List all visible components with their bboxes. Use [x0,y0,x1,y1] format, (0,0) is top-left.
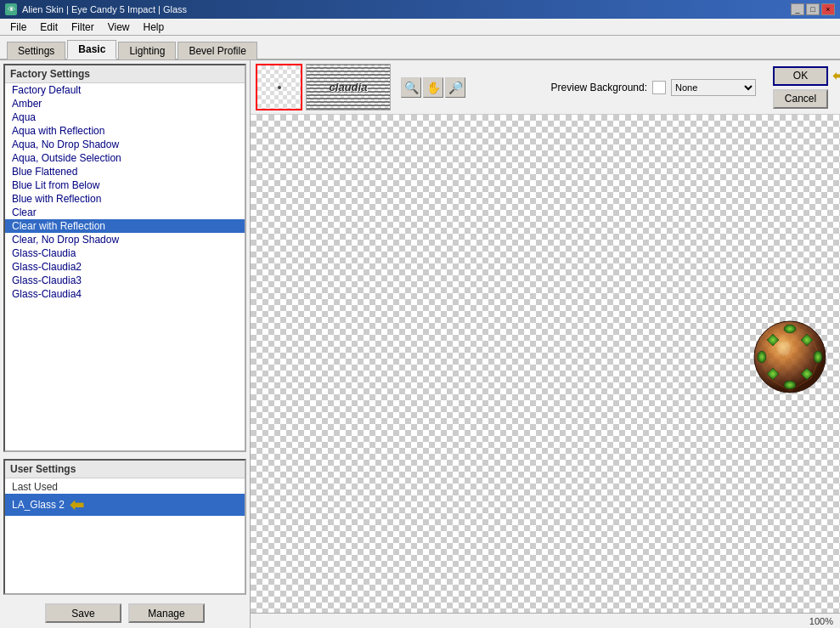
preset-clear[interactable]: Clear [5,206,245,219]
preview-canvas [251,115,840,613]
ok-arrow-icon: ⬅ [832,66,840,85]
user-settings-header: User Settings [5,461,245,478]
preset-glass-claudia4[interactable]: Glass-Claudia4 [5,287,245,301]
user-settings-section: User Settings Last Used LA_Glass 2 ⬅ [3,459,246,595]
title-bar: 👁 Alien Skin | Eye Candy 5 Impact | Glas… [0,0,840,19]
title-bar-left: 👁 Alien Skin | Eye Candy 5 Impact | Glas… [5,3,187,15]
preset-clear-no-shadow[interactable]: Clear, No Drop Shadow [5,233,245,246]
preview-toolbar: claudia 🔍 ✋ 🔎 Preview Background: None W… [251,60,840,115]
user-list: Last Used LA_Glass 2 ⬅ [5,478,245,593]
user-item-la-glass-2[interactable]: LA_Glass 2 ⬅ [5,494,245,516]
svg-point-9 [777,342,791,355]
pan-button[interactable]: ✋ [423,77,443,98]
presets-header: Factory Settings [5,65,245,83]
cancel-button[interactable]: Cancel [773,89,828,109]
preset-aqua-reflection[interactable]: Aqua with Reflection [5,124,245,138]
preset-aqua-outside[interactable]: Aqua, Outside Selection [5,151,245,165]
user-category-last-used: Last Used [5,480,245,494]
presets-list: Factory Default Amber Aqua Aqua with Ref… [5,83,245,301]
close-button[interactable]: × [821,3,835,15]
save-button[interactable]: Save [45,603,121,623]
menu-file[interactable]: File [3,20,33,35]
tab-bevel-profile[interactable]: Bevel Profile [178,42,257,59]
thumb-label-text: claudia [330,81,368,93]
preview-bg-dropdown[interactable]: None White Black [671,79,756,96]
app-icon: 👁 [5,3,17,15]
tab-lighting[interactable]: Lighting [118,42,176,59]
menu-edit[interactable]: Edit [33,20,65,35]
content-area: Factory Settings Factory Default Amber A… [0,60,840,628]
ok-cancel-area: OK ⬅ Cancel [773,66,828,109]
minimize-button[interactable]: _ [791,3,804,15]
toolbar-icons: 🔍 ✋ 🔎 [401,77,465,98]
presets-section: Factory Settings Factory Default Amber A… [3,64,246,452]
preset-factory-default[interactable]: Factory Default [5,83,245,97]
preset-amber[interactable]: Amber [5,97,245,110]
preview-bg-section: Preview Background: None White Black [551,79,756,96]
status-bar: 100% [251,613,840,628]
menu-help[interactable]: Help [137,20,172,35]
zoom-fit-button[interactable]: 🔎 [445,77,465,98]
preview-thumbnail [256,64,302,110]
left-panel: Factory Settings Factory Default Amber A… [0,60,251,628]
menu-view[interactable]: View [101,20,137,35]
user-item-label: LA_Glass 2 [12,499,65,511]
main-window: Settings Basic Lighting Bevel Profile Fa… [0,36,840,628]
preview-bg-color-swatch [652,81,666,94]
thumb-dot [278,86,281,89]
preset-aqua[interactable]: Aqua [5,110,245,124]
presets-list-container[interactable]: Factory Default Amber Aqua Aqua with Ref… [5,83,245,450]
preset-blue-flattened[interactable]: Blue Flattened [5,165,245,178]
glass-gem-preview [752,319,828,395]
zoom-level: 100% [809,616,833,626]
tab-basic[interactable]: Basic [67,40,116,59]
right-panel: claudia 🔍 ✋ 🔎 Preview Background: None W… [251,60,840,628]
preset-aqua-no-shadow[interactable]: Aqua, No Drop Shadow [5,138,245,151]
tab-settings[interactable]: Settings [7,42,65,59]
title-bar-title: Alien Skin | Eye Candy 5 Impact | Glass [22,4,187,14]
preset-glass-claudia3[interactable]: Glass-Claudia3 [5,274,245,287]
title-bar-controls[interactable]: _ □ × [791,3,835,15]
preview-bg-label: Preview Background: [551,82,647,93]
preset-blue-lit[interactable]: Blue Lit from Below [5,178,245,192]
preset-glass-claudia2[interactable]: Glass-Claudia2 [5,260,245,274]
zoom-in-button[interactable]: 🔍 [401,77,421,98]
menu-filter[interactable]: Filter [65,20,101,35]
bottom-buttons: Save Manage [0,598,250,628]
menu-bar: File Edit Filter View Help [0,19,840,36]
preset-blue-reflection[interactable]: Blue with Reflection [5,192,245,206]
ok-button[interactable]: OK ⬅ [773,66,828,86]
manage-button[interactable]: Manage [128,603,205,623]
maximize-button[interactable]: □ [806,3,820,15]
tab-bar: Settings Basic Lighting Bevel Profile [0,36,840,60]
preset-clear-reflection[interactable]: Clear with Reflection [5,219,245,233]
cursor-arrow-icon: ⬅ [70,495,84,515]
preset-glass-claudia[interactable]: Glass-Claudia [5,246,245,260]
thumb-label-area: claudia [306,64,391,110]
